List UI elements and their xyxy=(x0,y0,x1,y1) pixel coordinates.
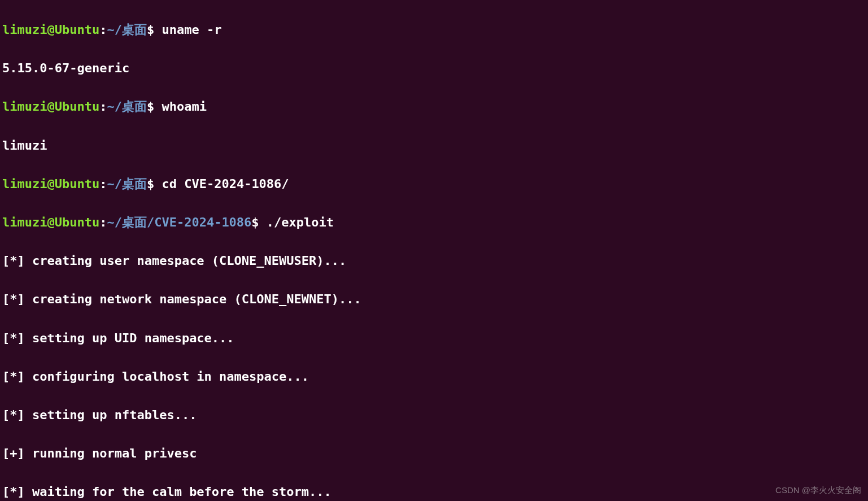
exploit-output-line: [*] setting up nftables... xyxy=(2,406,866,425)
user-host: limuzi@Ubuntu xyxy=(2,99,99,114)
colon: : xyxy=(99,215,107,229)
path: ~/桌面 xyxy=(107,23,147,37)
user-host: limuzi@Ubuntu xyxy=(2,215,99,229)
prompt-line-1: limuzi@Ubuntu:~/桌面$ uname -r xyxy=(2,20,866,40)
terminal-window[interactable]: limuzi@Ubuntu:~/桌面$ uname -r 5.15.0-67-g… xyxy=(0,0,868,501)
dollar: $ xyxy=(251,215,259,229)
exploit-output-line: [*] creating user namespace (CLONE_NEWUS… xyxy=(2,251,866,271)
user-host: limuzi@Ubuntu xyxy=(2,177,99,191)
user-host: limuzi@Ubuntu xyxy=(2,23,99,37)
exploit-output-line: [*] configuring localhost in namespace..… xyxy=(2,367,866,386)
colon: : xyxy=(99,99,107,114)
dollar: $ xyxy=(147,23,154,37)
output-user: limuzi xyxy=(2,136,866,155)
exploit-output-line: [*] setting up UID namespace... xyxy=(2,329,866,348)
prompt-line-3: limuzi@Ubuntu:~/桌面$ cd CVE-2024-1086/ xyxy=(2,175,866,194)
exploit-output-line: [+] running normal privesc xyxy=(2,444,866,463)
command-cd: cd CVE-2024-1086/ xyxy=(162,177,289,191)
watermark-text: CSDN @李火火安全阁 xyxy=(775,483,861,496)
dollar: $ xyxy=(147,177,154,191)
colon: : xyxy=(99,177,107,191)
exploit-output-line: [*] creating network namespace (CLONE_NE… xyxy=(2,290,866,309)
command-exploit: ./exploit xyxy=(267,215,334,229)
output-kernel-version: 5.15.0-67-generic xyxy=(2,59,866,78)
path: ~/桌面 xyxy=(107,99,147,114)
colon: : xyxy=(99,23,107,37)
command-uname: uname -r xyxy=(162,23,221,37)
command-whoami: whoami xyxy=(162,99,206,114)
path: ~/桌面/CVE-2024-1086 xyxy=(107,215,251,229)
prompt-line-2: limuzi@Ubuntu:~/桌面$ whoami xyxy=(2,97,866,116)
exploit-output-line: [*] waiting for the calm before the stor… xyxy=(2,482,866,501)
dollar: $ xyxy=(147,99,154,114)
prompt-line-4: limuzi@Ubuntu:~/桌面/CVE-2024-1086$ ./expl… xyxy=(2,213,866,232)
path: ~/桌面 xyxy=(107,177,147,191)
